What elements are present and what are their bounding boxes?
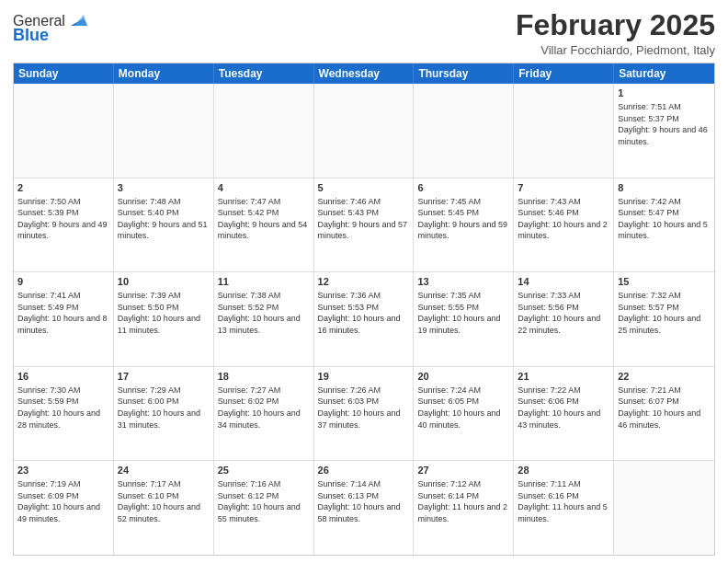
day-number: 16 bbox=[17, 370, 109, 384]
day-number: 6 bbox=[417, 181, 509, 195]
day-cell-12: 12Sunrise: 7:36 AM Sunset: 5:53 PM Dayli… bbox=[314, 272, 415, 366]
day-number: 21 bbox=[518, 370, 609, 384]
day-number: 2 bbox=[17, 181, 109, 195]
day-number: 28 bbox=[518, 464, 609, 477]
day-number: 4 bbox=[218, 181, 310, 195]
day-number: 8 bbox=[618, 181, 711, 195]
day-cell-9: 9Sunrise: 7:41 AM Sunset: 5:49 PM Daylig… bbox=[14, 272, 114, 366]
day-info: Sunrise: 7:46 AM Sunset: 5:43 PM Dayligh… bbox=[318, 196, 410, 242]
day-number: 22 bbox=[618, 370, 711, 384]
day-cell-26: 26Sunrise: 7:14 AM Sunset: 6:13 PM Dayli… bbox=[314, 461, 415, 555]
day-number: 15 bbox=[618, 275, 711, 289]
day-info: Sunrise: 7:11 AM Sunset: 6:16 PM Dayligh… bbox=[518, 478, 609, 524]
day-info: Sunrise: 7:42 AM Sunset: 5:47 PM Dayligh… bbox=[618, 196, 711, 242]
empty-cell bbox=[514, 84, 614, 178]
day-info: Sunrise: 7:30 AM Sunset: 5:59 PM Dayligh… bbox=[17, 385, 109, 431]
day-cell-8: 8Sunrise: 7:42 AM Sunset: 5:47 PM Daylig… bbox=[614, 178, 714, 272]
day-number: 25 bbox=[218, 464, 310, 477]
day-cell-11: 11Sunrise: 7:38 AM Sunset: 5:52 PM Dayli… bbox=[214, 272, 314, 366]
day-cell-18: 18Sunrise: 7:27 AM Sunset: 6:02 PM Dayli… bbox=[214, 367, 314, 461]
day-cell-15: 15Sunrise: 7:32 AM Sunset: 5:57 PM Dayli… bbox=[614, 272, 714, 366]
day-number: 24 bbox=[118, 464, 210, 477]
day-cell-28: 28Sunrise: 7:11 AM Sunset: 6:16 PM Dayli… bbox=[514, 461, 614, 555]
day-info: Sunrise: 7:45 AM Sunset: 5:45 PM Dayligh… bbox=[417, 196, 509, 242]
logo-blue-text: Blue bbox=[13, 26, 49, 45]
day-info: Sunrise: 7:39 AM Sunset: 5:50 PM Dayligh… bbox=[118, 290, 210, 336]
day-number: 11 bbox=[218, 275, 310, 289]
week-row-3: 9Sunrise: 7:41 AM Sunset: 5:49 PM Daylig… bbox=[14, 271, 714, 366]
day-info: Sunrise: 7:38 AM Sunset: 5:52 PM Dayligh… bbox=[218, 290, 310, 336]
day-number: 27 bbox=[417, 464, 509, 477]
day-info: Sunrise: 7:50 AM Sunset: 5:39 PM Dayligh… bbox=[17, 196, 109, 242]
day-number: 20 bbox=[417, 370, 509, 384]
week-row-2: 2Sunrise: 7:50 AM Sunset: 5:39 PM Daylig… bbox=[14, 178, 714, 272]
day-cell-6: 6Sunrise: 7:45 AM Sunset: 5:45 PM Daylig… bbox=[414, 178, 514, 272]
day-number: 12 bbox=[318, 275, 410, 289]
day-cell-13: 13Sunrise: 7:35 AM Sunset: 5:55 PM Dayli… bbox=[414, 272, 514, 366]
day-of-week-friday: Friday bbox=[514, 63, 614, 84]
day-info: Sunrise: 7:41 AM Sunset: 5:49 PM Dayligh… bbox=[17, 290, 109, 336]
day-cell-20: 20Sunrise: 7:24 AM Sunset: 6:05 PM Dayli… bbox=[414, 367, 514, 461]
day-info: Sunrise: 7:36 AM Sunset: 5:53 PM Dayligh… bbox=[318, 290, 410, 336]
logo-icon bbox=[67, 9, 87, 29]
day-cell-17: 17Sunrise: 7:29 AM Sunset: 6:00 PM Dayli… bbox=[114, 367, 214, 461]
day-info: Sunrise: 7:17 AM Sunset: 6:10 PM Dayligh… bbox=[118, 478, 210, 524]
day-info: Sunrise: 7:21 AM Sunset: 6:07 PM Dayligh… bbox=[618, 385, 711, 431]
day-cell-5: 5Sunrise: 7:46 AM Sunset: 5:43 PM Daylig… bbox=[314, 178, 415, 272]
day-info: Sunrise: 7:12 AM Sunset: 6:14 PM Dayligh… bbox=[417, 478, 509, 524]
day-cell-10: 10Sunrise: 7:39 AM Sunset: 5:50 PM Dayli… bbox=[114, 272, 214, 366]
calendar-header: SundayMondayTuesdayWednesdayThursdayFrid… bbox=[14, 63, 714, 84]
day-info: Sunrise: 7:26 AM Sunset: 6:03 PM Dayligh… bbox=[318, 385, 410, 431]
day-info: Sunrise: 7:24 AM Sunset: 6:05 PM Dayligh… bbox=[417, 385, 509, 431]
empty-cell bbox=[214, 84, 314, 178]
day-cell-22: 22Sunrise: 7:21 AM Sunset: 6:07 PM Dayli… bbox=[614, 367, 714, 461]
day-info: Sunrise: 7:43 AM Sunset: 5:46 PM Dayligh… bbox=[518, 196, 609, 242]
day-number: 19 bbox=[318, 370, 410, 384]
logo: General Blue bbox=[13, 13, 87, 45]
day-info: Sunrise: 7:27 AM Sunset: 6:02 PM Dayligh… bbox=[218, 385, 310, 431]
day-of-week-saturday: Saturday bbox=[614, 63, 714, 84]
svg-marker-1 bbox=[74, 15, 87, 26]
day-info: Sunrise: 7:32 AM Sunset: 5:57 PM Dayligh… bbox=[618, 290, 711, 336]
day-cell-24: 24Sunrise: 7:17 AM Sunset: 6:10 PM Dayli… bbox=[114, 461, 214, 555]
day-of-week-sunday: Sunday bbox=[14, 63, 114, 84]
month-title: February 2025 bbox=[516, 9, 715, 41]
day-number: 10 bbox=[118, 275, 210, 289]
day-cell-19: 19Sunrise: 7:26 AM Sunset: 6:03 PM Dayli… bbox=[314, 367, 415, 461]
week-row-1: 1Sunrise: 7:51 AM Sunset: 5:37 PM Daylig… bbox=[14, 84, 714, 178]
day-number: 18 bbox=[218, 370, 310, 384]
day-info: Sunrise: 7:29 AM Sunset: 6:00 PM Dayligh… bbox=[118, 385, 210, 431]
day-cell-27: 27Sunrise: 7:12 AM Sunset: 6:14 PM Dayli… bbox=[414, 461, 514, 555]
calendar: SundayMondayTuesdayWednesdayThursdayFrid… bbox=[13, 63, 715, 556]
day-number: 5 bbox=[318, 181, 410, 195]
day-info: Sunrise: 7:51 AM Sunset: 5:37 PM Dayligh… bbox=[618, 101, 711, 147]
day-cell-21: 21Sunrise: 7:22 AM Sunset: 6:06 PM Dayli… bbox=[514, 367, 614, 461]
day-info: Sunrise: 7:48 AM Sunset: 5:40 PM Dayligh… bbox=[118, 196, 210, 242]
day-number: 3 bbox=[118, 181, 210, 195]
day-number: 17 bbox=[118, 370, 210, 384]
day-number: 7 bbox=[518, 181, 609, 195]
day-info: Sunrise: 7:47 AM Sunset: 5:42 PM Dayligh… bbox=[218, 196, 310, 242]
day-cell-25: 25Sunrise: 7:16 AM Sunset: 6:12 PM Dayli… bbox=[214, 461, 314, 555]
day-cell-23: 23Sunrise: 7:19 AM Sunset: 6:09 PM Dayli… bbox=[14, 461, 114, 555]
day-info: Sunrise: 7:14 AM Sunset: 6:13 PM Dayligh… bbox=[318, 478, 410, 524]
day-cell-16: 16Sunrise: 7:30 AM Sunset: 5:59 PM Dayli… bbox=[14, 367, 114, 461]
day-info: Sunrise: 7:35 AM Sunset: 5:55 PM Dayligh… bbox=[417, 290, 509, 336]
empty-cell bbox=[314, 84, 415, 178]
day-info: Sunrise: 7:33 AM Sunset: 5:56 PM Dayligh… bbox=[518, 290, 609, 336]
header: General Blue February 2025 Villar Focchi… bbox=[13, 9, 715, 57]
day-number: 23 bbox=[17, 464, 109, 477]
day-of-week-tuesday: Tuesday bbox=[214, 63, 314, 84]
page: General Blue February 2025 Villar Focchi… bbox=[0, 0, 728, 563]
week-row-4: 16Sunrise: 7:30 AM Sunset: 5:59 PM Dayli… bbox=[14, 366, 714, 461]
day-number: 9 bbox=[17, 275, 109, 289]
empty-cell bbox=[414, 84, 514, 178]
calendar-body: 1Sunrise: 7:51 AM Sunset: 5:37 PM Daylig… bbox=[14, 84, 714, 555]
empty-cell bbox=[614, 461, 714, 555]
title-block: February 2025 Villar Focchiardo, Piedmon… bbox=[516, 9, 715, 57]
location: Villar Focchiardo, Piedmont, Italy bbox=[516, 43, 715, 57]
day-cell-1: 1Sunrise: 7:51 AM Sunset: 5:37 PM Daylig… bbox=[614, 84, 714, 178]
empty-cell bbox=[14, 84, 114, 178]
day-cell-7: 7Sunrise: 7:43 AM Sunset: 5:46 PM Daylig… bbox=[514, 178, 614, 272]
empty-cell bbox=[114, 84, 214, 178]
